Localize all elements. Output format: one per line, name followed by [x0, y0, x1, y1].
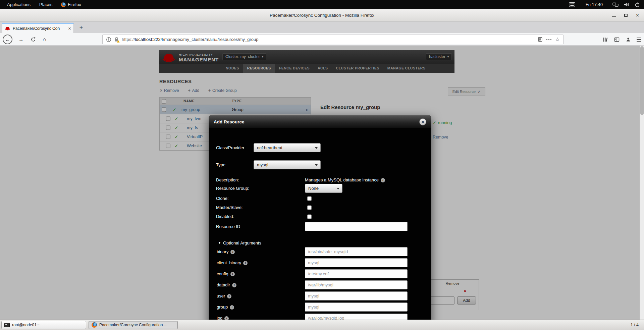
info-icon[interactable]: i: [227, 294, 231, 298]
taskbar-terminal-window[interactable]: root@node01:~: [1, 321, 86, 329]
info-icon[interactable]: i: [230, 305, 234, 310]
master-slave-label: Master/Slave:: [216, 203, 243, 212]
minimize-button[interactable]: [609, 11, 619, 20]
security-warning-icon: [117, 40, 120, 43]
resource-description: Manages a MySQL database instancei: [305, 175, 385, 184]
account-button[interactable]: [623, 35, 633, 44]
optional-arguments-toggle[interactable]: ▼ Optional Arguments: [218, 238, 261, 248]
top-bar-status-area: Fri 17:40: [569, 2, 644, 7]
chevron-down-icon: [315, 164, 318, 166]
minimize-icon: [612, 16, 616, 17]
sidebar-button[interactable]: [612, 35, 622, 44]
scrollbar-thumb[interactable]: [640, 46, 644, 115]
class-provider-select[interactable]: ocf:heartbeat: [254, 143, 321, 152]
disabled-label: Disabled:: [216, 212, 234, 221]
workspace-indicator[interactable]: 1 / 4: [631, 320, 639, 330]
resource-group-select[interactable]: None: [305, 184, 342, 193]
resource-id-label: Resource ID: [216, 222, 240, 231]
firefox-appmenu[interactable]: Firefox: [57, 0, 86, 9]
top-bar-menus: Applications Places Firefox: [0, 0, 86, 9]
resource-group-value: None: [308, 186, 319, 191]
tab-title: Pacemaker/Corosync Con: [13, 26, 66, 31]
info-icon[interactable]: i: [230, 272, 235, 276]
type-select[interactable]: mysql: [254, 160, 321, 169]
log-input[interactable]: [305, 314, 408, 320]
datadir-input[interactable]: [305, 280, 408, 289]
tab-favicon-icon: [5, 26, 10, 31]
group-input[interactable]: [305, 302, 408, 312]
url-host: localhost:2224: [135, 37, 163, 42]
maximize-button[interactable]: [621, 11, 630, 20]
reload-button[interactable]: [28, 35, 38, 44]
resource-id-input[interactable]: [305, 222, 408, 231]
reader-mode-icon[interactable]: [538, 37, 543, 42]
config-input[interactable]: [305, 269, 408, 278]
optional-arg-row-group: groupi: [209, 302, 431, 312]
navigation-toolbar: ← → ⌂ https://localhost:2224/managec/my_…: [0, 33, 644, 46]
dialog-close-button[interactable]: ×: [419, 118, 426, 125]
firefox-icon: [92, 322, 97, 328]
optional-arg-row-log: logi: [209, 314, 431, 320]
resource-group-label: Resource Group:: [216, 184, 249, 193]
disabled-row: Disabled:: [209, 212, 431, 221]
forward-button[interactable]: →: [16, 35, 26, 44]
page-info-icon[interactable]: [106, 37, 111, 42]
optional-arg-row-datadir: datadiri: [209, 280, 431, 290]
url-bar[interactable]: https://localhost:2224/managec/my_cluste…: [102, 35, 564, 44]
clock[interactable]: Fri 17:40: [586, 2, 603, 7]
browser-window-label: Pacemaker/Corosync Configuration ...: [99, 323, 167, 327]
clone-checkbox[interactable]: [307, 196, 312, 201]
info-icon[interactable]: i: [243, 261, 248, 265]
info-icon[interactable]: i: [232, 283, 236, 287]
menu-button[interactable]: [634, 35, 644, 44]
vertical-scrollbar[interactable]: [640, 46, 644, 320]
arg-label: logi: [217, 314, 229, 320]
applications-menu[interactable]: Applications: [3, 0, 35, 9]
info-icon[interactable]: i: [381, 178, 385, 182]
optional-arguments-header: ▼ Optional Arguments: [209, 238, 431, 248]
firefox-title-bar[interactable]: Pacemaker/Corosync Configuration - Mozil…: [0, 9, 644, 21]
resource-id-row: Resource ID: [209, 222, 431, 231]
master-slave-row: Master/Slave:: [209, 203, 431, 212]
bookmark-star-icon[interactable]: ☆: [555, 37, 560, 42]
class-provider-label: Class/Provider: [216, 143, 245, 152]
window-list-bar: root@node01:~ Pacemaker/Corosync Configu…: [0, 320, 644, 330]
add-resource-dialog: Add Resource × Class/Provider ocf:heartb…: [209, 115, 431, 320]
info-icon[interactable]: i: [224, 316, 229, 320]
optional-arg-row-config: configi: [209, 269, 431, 279]
close-button[interactable]: ×: [633, 11, 642, 20]
power-icon[interactable]: [635, 2, 640, 7]
keyboard-layout-icon[interactable]: [569, 2, 575, 7]
volume-icon[interactable]: [624, 2, 630, 7]
user-input[interactable]: [305, 291, 408, 300]
disabled-checkbox[interactable]: [307, 214, 312, 219]
library-button[interactable]: [600, 35, 610, 44]
places-menu[interactable]: Places: [35, 0, 57, 9]
arg-name: client_binary: [217, 260, 241, 265]
client-binary-input[interactable]: [305, 258, 408, 267]
close-icon: ×: [636, 12, 639, 18]
network-icon[interactable]: [612, 2, 619, 7]
gnome-top-bar: Applications Places Firefox Fri 17:40: [0, 0, 644, 9]
arg-label: configi: [217, 269, 235, 279]
back-button[interactable]: ←: [3, 35, 12, 44]
master-slave-checkbox[interactable]: [307, 205, 312, 210]
page-actions-icon[interactable]: [546, 39, 552, 40]
hamburger-menu-icon: [637, 38, 641, 42]
browser-tab[interactable]: Pacemaker/Corosync Con ×: [2, 23, 74, 33]
new-tab-button[interactable]: +: [76, 23, 86, 33]
home-icon: ⌂: [43, 36, 46, 43]
optional-arguments-title: Optional Arguments: [223, 238, 261, 248]
binary-input[interactable]: [305, 247, 408, 256]
type-label: Type: [216, 160, 225, 169]
connection-security-icon[interactable]: [114, 37, 119, 42]
info-icon[interactable]: i: [230, 250, 235, 254]
home-button[interactable]: ⌂: [40, 35, 49, 44]
taskbar-browser-window[interactable]: Pacemaker/Corosync Configuration ...: [89, 321, 178, 329]
description-text: Manages a MySQL database instance: [305, 177, 379, 182]
arg-name: log: [217, 316, 222, 320]
browser-viewport: HIGH AVAILABILITY MANAGEMENT Cluster: my…: [0, 46, 644, 320]
chevron-down-icon: [315, 147, 318, 149]
dialog-titlebar[interactable]: Add Resource ×: [209, 116, 431, 128]
tab-close-icon[interactable]: ×: [68, 26, 71, 31]
